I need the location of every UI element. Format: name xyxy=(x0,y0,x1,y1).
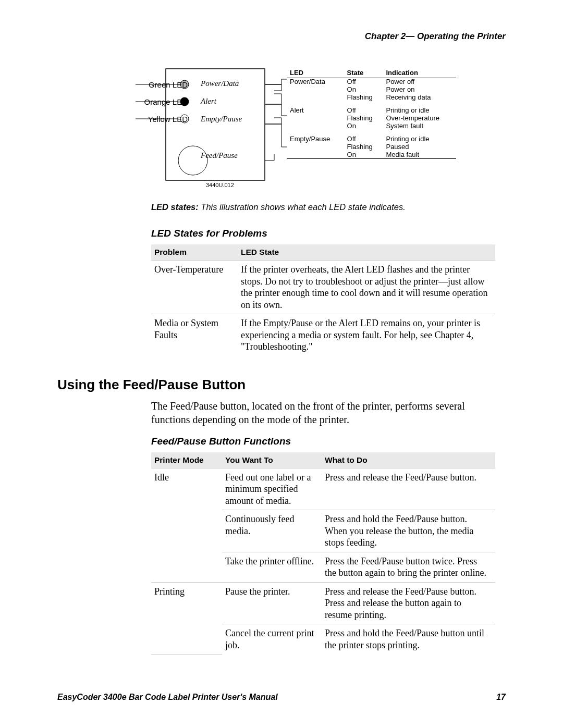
cell: Press and hold the Feed/Pause button unt… xyxy=(322,624,495,655)
footer-manual-title: EasyCoder 3400e Bar Code Label Printer U… xyxy=(57,693,278,702)
cell: Paused xyxy=(383,143,456,151)
cell: Pause the printer. xyxy=(222,582,322,624)
feed-pause-intro: The Feed/Pause button, located on the fr… xyxy=(151,399,495,426)
cell: On xyxy=(344,86,383,94)
cell: Power off xyxy=(383,78,456,86)
cell: Press and release the Feed/Pause button. xyxy=(322,468,495,510)
figure-caption: LED states: This illustration shows what… xyxy=(151,202,506,212)
cell: Take the printer offline. xyxy=(222,552,322,582)
col-header-mode: Printer Mode xyxy=(151,452,222,468)
cell: Empty/Pause xyxy=(287,130,344,143)
col-header-do: What to Do xyxy=(322,452,495,468)
cell: Printing xyxy=(151,582,222,654)
table-row: Over-Temperature If the printer overheat… xyxy=(151,261,495,314)
page: Chapter 2— Operating the Printer xyxy=(0,0,563,728)
panel-label-power-data: Power/Data xyxy=(201,79,239,88)
table-row: Printing Pause the printer. Press and re… xyxy=(151,582,495,624)
label-yellow-led: Yellow LED xyxy=(148,115,188,124)
col-header-state: State xyxy=(344,68,383,78)
cell: Alert xyxy=(287,102,344,115)
problems-table: Problem LED State Over-Temperature If th… xyxy=(151,244,495,356)
cell: Over-temperature xyxy=(383,115,456,122)
led-diagram: Green LED Orange LED Yellow LED Power/Da… xyxy=(89,68,500,198)
problems-table-title: LED States for Problems xyxy=(151,228,506,239)
cell: Over-Temperature xyxy=(151,261,238,314)
cell: Power/Data xyxy=(287,78,344,86)
cell: Continuously feed media. xyxy=(222,510,322,552)
cell: If the printer overheats, the Alert LED … xyxy=(238,261,495,314)
figure-caption-lead: LED states: xyxy=(151,202,199,212)
page-footer: EasyCoder 3400e Bar Code Label Printer U… xyxy=(57,693,506,702)
figure-caption-rest: This illustration shows what each LED st… xyxy=(199,202,406,212)
col-header-ledstate: LED State xyxy=(238,244,495,261)
cell: Feed out one label or a minimum specifie… xyxy=(222,468,322,510)
col-header-indication: Indication xyxy=(383,68,456,78)
cell: On xyxy=(344,122,383,130)
label-green-led: Green LED xyxy=(149,80,188,89)
cell: If the Empty/Pause or the Alert LED rema… xyxy=(238,314,495,356)
cell: Printing or idle xyxy=(383,130,456,143)
cell: Receiving data xyxy=(383,94,456,102)
table-row: Media or System Faults If the Empty/Paus… xyxy=(151,314,495,356)
cell: Flashing xyxy=(344,94,383,102)
cell: Press and release the Feed/Pause button.… xyxy=(322,582,495,624)
functions-table-title: Feed/Pause Button Functions xyxy=(151,436,506,447)
cell: System fault xyxy=(383,122,456,130)
label-orange-led: Orange LED xyxy=(144,97,188,106)
functions-table: Printer Mode You Want To What to Do Idle… xyxy=(151,452,495,655)
cell: On xyxy=(344,151,383,159)
part-number: 3440U.012 xyxy=(206,182,234,188)
table-row: Idle Feed out one label or a minimum spe… xyxy=(151,468,495,510)
cell: Off xyxy=(344,130,383,143)
cell: Flashing xyxy=(344,115,383,122)
footer-page-number: 17 xyxy=(496,693,506,702)
col-header-want: You Want To xyxy=(222,452,322,468)
running-header: Chapter 2— Operating the Printer xyxy=(57,31,506,42)
led-state-table: LED State Indication Power/Data Off Powe… xyxy=(287,68,456,159)
col-header-led: LED xyxy=(287,68,344,78)
panel-label-feed-pause: Feed/Pause xyxy=(201,151,238,160)
cell: Idle xyxy=(151,468,222,582)
cell: Media fault xyxy=(383,151,456,159)
cell: Press the Feed/Pause button twice. Press… xyxy=(322,552,495,582)
col-header-problem: Problem xyxy=(151,244,238,261)
cell: Power on xyxy=(383,86,456,94)
cell: Press and hold the Feed/Pause button. Wh… xyxy=(322,510,495,552)
cell: Media or System Faults xyxy=(151,314,238,356)
cell: Cancel the current print job. xyxy=(222,624,322,655)
cell: Printing or idle xyxy=(383,102,456,115)
section-heading-feed-pause: Using the Feed/Pause Button xyxy=(57,377,506,393)
cell: Off xyxy=(344,102,383,115)
cell: Off xyxy=(344,78,383,86)
cell: Flashing xyxy=(344,143,383,151)
panel-label-alert: Alert xyxy=(201,97,216,106)
panel-label-empty-pause: Empty/Pause xyxy=(201,115,242,124)
